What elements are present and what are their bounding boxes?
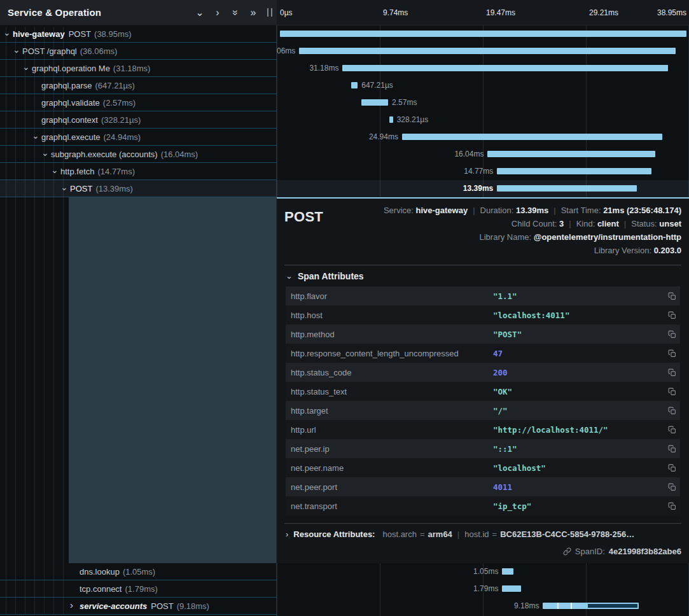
span-name-cell[interactable]: ›service-accountsPOST(9.18ms) bbox=[0, 598, 277, 615]
span-row[interactable]: graphql.parse(647.21µs)647.21µs bbox=[0, 77, 689, 94]
copy-icon[interactable] bbox=[661, 368, 676, 377]
meta-value: 21ms (23:56:48.174) bbox=[603, 206, 681, 215]
span-name-cell[interactable]: graphql.parse(647.21µs) bbox=[0, 77, 277, 94]
collapsed-children-segment bbox=[587, 603, 639, 608]
span-bar[interactable] bbox=[280, 31, 686, 37]
span-duration-text: (2.57ms) bbox=[103, 98, 136, 108]
copy-icon[interactable] bbox=[661, 330, 676, 339]
span-bar[interactable]: 1.79ms bbox=[502, 585, 520, 592]
span-operation-name: graphql.execute bbox=[41, 132, 101, 142]
collapse-one-button[interactable]: ⌄ bbox=[191, 8, 209, 18]
collapse-all-button[interactable]: » bbox=[226, 8, 244, 18]
copy-icon[interactable] bbox=[661, 445, 676, 453]
span-row[interactable]: dns.lookup(1.05ms)1.05ms bbox=[0, 563, 689, 580]
span-operation-name: graphql.context bbox=[41, 115, 98, 125]
span-bar[interactable]: 13.39ms bbox=[497, 185, 637, 192]
copy-icon[interactable] bbox=[661, 407, 676, 415]
chevron-down-icon[interactable]: ⌄ bbox=[22, 64, 32, 70]
tree-controls: ⌄›»» bbox=[191, 8, 262, 18]
expand-one-button[interactable]: › bbox=[209, 8, 226, 18]
child-span-divider bbox=[571, 603, 572, 609]
span-attributes-header[interactable]: ⌄ Span Attributes bbox=[286, 271, 681, 281]
copy-icon[interactable] bbox=[661, 388, 676, 396]
copy-icon[interactable] bbox=[661, 426, 676, 434]
span-meta-line: Library Version: 0.203.0 bbox=[384, 244, 681, 257]
span-operation-name: POST bbox=[69, 29, 91, 39]
span-name-cell[interactable]: ⌄graphql.operation Me(31.18ms) bbox=[0, 60, 277, 77]
copy-icon[interactable] bbox=[661, 464, 676, 472]
span-bar[interactable]: 24.94ms bbox=[402, 134, 662, 140]
chevron-down-icon[interactable]: ⌄ bbox=[13, 46, 22, 53]
span-attributes-title: Span Attributes bbox=[298, 271, 364, 281]
span-row[interactable]: ⌄graphql.operation Me(31.18ms)31.18ms bbox=[0, 60, 689, 77]
span-row[interactable]: ⌄http.fetch(14.77ms)14.77ms bbox=[0, 163, 689, 180]
copy-icon[interactable] bbox=[661, 292, 676, 300]
span-name-cell[interactable]: ⌄subgraph.execute (accounts)(16.04ms) bbox=[0, 146, 277, 163]
span-row[interactable]: tcp.connect(1.79ms)1.79ms bbox=[0, 580, 689, 598]
link-icon[interactable] bbox=[563, 547, 571, 556]
span-bar[interactable]: 328.21µs bbox=[389, 116, 393, 123]
equals-sign: = bbox=[420, 529, 425, 539]
span-duration-text: (31.18ms) bbox=[113, 64, 151, 73]
span-row[interactable]: graphql.validate(2.57ms)2.57ms bbox=[0, 94, 689, 111]
span-row[interactable]: ⌄hive-gatewayPOST(38.95ms) bbox=[0, 25, 689, 43]
copy-icon[interactable] bbox=[661, 311, 676, 319]
span-name-cell[interactable]: tcp.connect(1.79ms) bbox=[0, 580, 277, 598]
copy-icon[interactable] bbox=[661, 483, 676, 491]
span-rows-top: ⌄hive-gatewayPOST(38.95ms)⌄POST /graphql… bbox=[0, 25, 689, 197]
meta-label: Start Time: bbox=[561, 206, 603, 215]
double-chevron-right-icon: » bbox=[251, 7, 256, 18]
resource-attributes-row[interactable]: › Resource Attributes: host.arch=arm64|h… bbox=[286, 529, 681, 539]
span-row[interactable]: ›service-accountsPOST(9.18ms)9.18ms bbox=[0, 598, 689, 615]
attribute-row: http.status_code200 bbox=[286, 363, 680, 382]
span-row[interactable]: ⌄graphql.execute(24.94ms)24.94ms bbox=[0, 129, 689, 146]
panel-resize-handle-icon[interactable] bbox=[267, 8, 272, 17]
span-row[interactable]: graphql.context(328.21µs)328.21µs bbox=[0, 111, 689, 129]
span-bar[interactable]: 1.05ms bbox=[502, 568, 513, 575]
attribute-key: http.target bbox=[291, 406, 493, 416]
span-bar[interactable]: 14.77ms bbox=[497, 168, 651, 174]
span-row[interactable]: ⌄POST(13.39ms)13.39ms bbox=[0, 180, 689, 197]
span-bar[interactable]: 2.57ms bbox=[361, 99, 388, 106]
span-row[interactable]: ⌄subgraph.execute (accounts)(16.04ms)16.… bbox=[0, 146, 689, 163]
chevron-down-icon[interactable]: ⌄ bbox=[32, 132, 41, 139]
expand-all-button[interactable]: » bbox=[244, 8, 262, 18]
span-bar-cell: 13.39ms bbox=[277, 180, 689, 197]
chevron-down-icon[interactable]: ⌄ bbox=[41, 150, 51, 156]
span-name-cell[interactable]: dns.lookup(1.05ms) bbox=[0, 563, 277, 580]
span-bar[interactable]: 9.18ms bbox=[543, 603, 639, 609]
span-duration-text: (38.95ms) bbox=[94, 29, 132, 39]
copy-icon[interactable] bbox=[661, 502, 676, 510]
chevron-down-icon[interactable]: ⌄ bbox=[60, 184, 70, 190]
attribute-value: "ip_tcp" bbox=[493, 501, 661, 511]
span-bar-duration-label: 36.06ms bbox=[277, 47, 299, 55]
span-meta: Service: hive-gateway|Duration: 13.39ms|… bbox=[384, 204, 681, 257]
span-row[interactable]: ⌄POST /graphql(36.06ms)36.06ms bbox=[0, 43, 689, 60]
span-bar-duration-label: 2.57ms bbox=[388, 99, 417, 106]
resource-key: host.id bbox=[464, 529, 489, 539]
meta-value: client bbox=[597, 219, 619, 228]
span-bar[interactable]: 31.18ms bbox=[342, 65, 668, 71]
span-bar[interactable]: 36.06ms bbox=[299, 48, 676, 54]
chevron-right-icon[interactable]: › bbox=[70, 602, 80, 608]
span-name-cell[interactable]: ⌄POST /graphql(36.06ms) bbox=[0, 43, 277, 60]
span-name-cell[interactable]: ⌄POST(13.39ms) bbox=[0, 180, 277, 197]
span-detail-header: POST Service: hive-gateway|Duration: 13.… bbox=[284, 204, 681, 257]
span-bar[interactable]: 647.21µs bbox=[351, 82, 358, 88]
span-bar-cell: 24.94ms bbox=[277, 129, 689, 146]
span-bar-cell: 16.04ms bbox=[277, 146, 689, 163]
span-duration-text: (1.05ms) bbox=[123, 567, 155, 577]
attribute-row: http.status_text"OK" bbox=[286, 382, 680, 401]
span-name-cell[interactable]: ⌄http.fetch(14.77ms) bbox=[0, 163, 277, 180]
span-name-cell[interactable]: ⌄graphql.execute(24.94ms) bbox=[0, 129, 277, 146]
span-meta-line: Service: hive-gateway|Duration: 13.39ms|… bbox=[384, 204, 681, 217]
span-name-cell[interactable]: graphql.validate(2.57ms) bbox=[0, 94, 277, 111]
span-name-cell[interactable]: ⌄hive-gatewayPOST(38.95ms) bbox=[0, 25, 277, 43]
resource-key: host.arch bbox=[382, 529, 416, 539]
chevron-down-icon[interactable]: ⌄ bbox=[3, 29, 13, 36]
span-operation-name: graphql.validate bbox=[41, 98, 100, 108]
span-bar[interactable]: 16.04ms bbox=[487, 151, 655, 157]
copy-icon[interactable] bbox=[661, 349, 676, 358]
chevron-down-icon[interactable]: ⌄ bbox=[51, 167, 60, 173]
span-name-cell[interactable]: graphql.context(328.21µs) bbox=[0, 111, 277, 129]
